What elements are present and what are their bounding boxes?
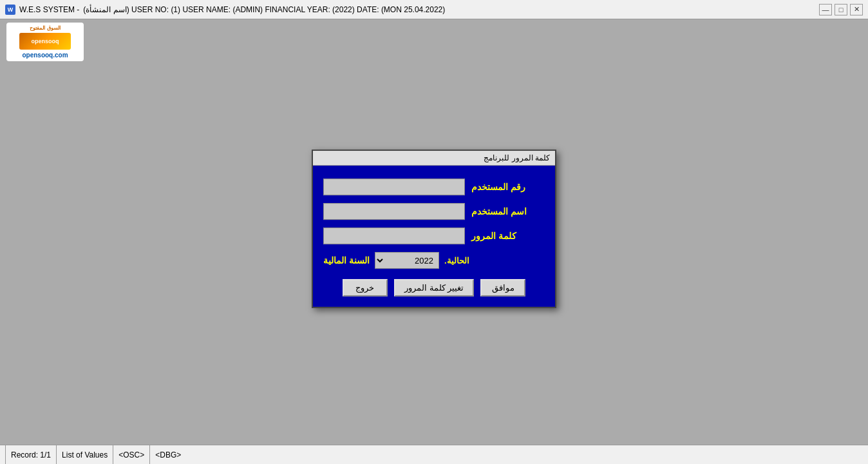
window-controls: — □ ✕ [819,4,863,15]
dbg-status: <DBG> [150,445,186,464]
minimize-button[interactable]: — [819,4,832,15]
logo-top-text: السوق المفتوح [30,25,60,31]
ok-button[interactable]: موافق [480,279,525,296]
user-name-label: اسم المستخدم [471,206,527,217]
user-name-row: اسم المستخدم [323,203,545,220]
password-input[interactable] [323,227,465,244]
logo-graphic: opensooq [19,33,71,50]
dialog-body: رقم المستخدم اسم المستخدم كلمة المرور ال… [313,166,555,307]
year-select[interactable]: 2022 2021 2020 2019 [375,252,439,269]
login-dialog: كلمة المرور للبرنامج رقم المستخدم اسم ال… [312,150,556,308]
app-icon: W [5,5,15,15]
year-current-label: الحالية. [444,256,469,266]
osc-status: <OSC> [113,445,150,464]
dialog-title-bar: كلمة المرور للبرنامج [313,151,555,166]
user-number-row: رقم المستخدم [323,179,545,195]
logo-area: السوق المفتوح opensooq opensooq.com [6,23,84,61]
title-bar-left: W W.E.S SYSTEM - (اسم المنشأة) USER NO: … [5,5,445,15]
password-label: كلمة المرور [471,231,516,241]
dialog-buttons: موافق تغيير كلمة المرور خروج [323,279,545,296]
close-button[interactable]: ✕ [850,4,863,15]
user-number-input[interactable] [323,179,465,195]
exit-button[interactable]: خروج [343,279,388,296]
status-bar: Record: 1/1 List of Values <OSC> <DBG> [0,445,868,464]
year-row: الحالية. 2022 2021 2020 2019 السنة المال… [323,252,545,269]
year-main-label: السنة المالية [323,255,370,266]
app-name: W.E.S SYSTEM - [19,5,79,14]
list-of-values-status: List of Values [57,445,113,464]
password-row: كلمة المرور [323,227,545,244]
dialog-title: كلمة المرور للبرنامج [484,153,550,162]
title-bar: W W.E.S SYSTEM - (اسم المنشأة) USER NO: … [0,0,868,19]
logo-bottom-text: opensooq.com [22,52,68,59]
change-password-button[interactable]: تغيير كلمة المرور [394,279,474,296]
user-number-label: رقم المستخدم [471,182,525,192]
user-name-input[interactable] [323,203,465,220]
record-status: Record: 1/1 [5,445,57,464]
app-info: (اسم المنشأة) USER NO: (1) USER NAME: (A… [83,5,445,14]
maximize-button[interactable]: □ [835,4,847,15]
